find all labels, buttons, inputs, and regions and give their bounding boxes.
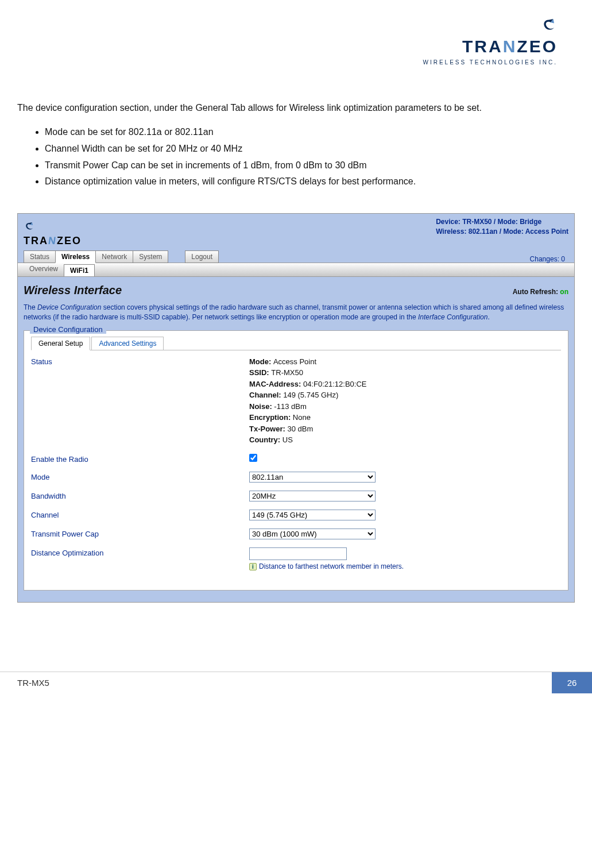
tab-status[interactable]: Status <box>24 250 56 263</box>
footer-model: TR-MX5 <box>0 672 552 693</box>
info-icon: i <box>249 563 257 570</box>
tab-system[interactable]: System <box>133 250 168 263</box>
label-bandwidth: Bandwidth <box>31 491 249 500</box>
inner-tab-advanced[interactable]: Advanced Settings <box>91 337 164 350</box>
tab-wireless[interactable]: Wireless <box>55 250 96 263</box>
auto-refresh-state: on <box>560 288 568 296</box>
sub-tabs: Overview WiFi1 <box>18 263 574 277</box>
label-txpower: Transmit Power Cap <box>31 528 249 538</box>
label-status: Status <box>31 356 249 366</box>
auto-refresh-label: Auto Refresh: <box>513 288 558 296</box>
list-item: Channel Width can be set for 20 MHz or 4… <box>45 141 575 157</box>
label-channel: Channel <box>31 510 249 519</box>
distance-hint: iDistance to farthest network member in … <box>249 562 561 570</box>
page-footer: TR-MX5 26 <box>0 672 592 693</box>
logo-text-pre: TRA <box>462 37 503 56</box>
bandwidth-select[interactable]: 20MHz <box>249 491 376 501</box>
main-tabs: Status Wireless Network System Logout <box>24 250 218 263</box>
logo-text-mid: N <box>503 37 517 56</box>
brand-text-pre: TRA <box>24 235 48 246</box>
page-header-logo: TRANZEO WIRELESS TECHNOLOGIES INC. <box>17 17 575 67</box>
tab-network[interactable]: Network <box>95 250 133 263</box>
brand-text-mid: N <box>48 235 58 247</box>
mode-select[interactable]: 802.11an <box>249 472 376 483</box>
brand-swirl-icon <box>24 221 35 233</box>
device-info-line1: Device: TR-MX50 / Mode: Bridge <box>436 217 568 227</box>
subtab-wifi1[interactable]: WiFi1 <box>64 264 95 276</box>
section-title: Wireless Interface <box>24 284 513 297</box>
tab-logout[interactable]: Logout <box>185 250 219 263</box>
txpower-select[interactable]: 30 dBm (1000 mW) <box>249 528 376 539</box>
label-enable: Enable the Radio <box>31 454 249 464</box>
auto-refresh[interactable]: Auto Refresh: on <box>513 288 568 296</box>
list-item: Transmit Power Cap can be set in increme… <box>45 157 575 174</box>
device-config-fieldset: Device Configuration General Setup Advan… <box>24 330 568 591</box>
label-mode: Mode <box>31 472 249 481</box>
config-screenshot: TRANZEO Device: TR-MX50 / Mode: Bridge W… <box>17 213 575 603</box>
inner-tab-general[interactable]: General Setup <box>31 337 90 350</box>
logo-swirl-icon <box>540 17 558 34</box>
label-distance: Distance Optimization <box>31 547 249 557</box>
inner-tabs: General Setup Advanced Settings <box>31 337 561 350</box>
enable-radio-checkbox[interactable] <box>249 454 257 462</box>
changes-indicator[interactable]: Changes: 0 <box>530 255 568 263</box>
intro-paragraph: The device configuration section, under … <box>17 101 575 115</box>
app-brand: TRANZEO <box>24 217 82 247</box>
channel-select[interactable]: 149 (5.745 GHz) <box>249 510 376 520</box>
list-item: Distance optimization value in meters, w… <box>45 173 575 190</box>
distance-input[interactable] <box>249 547 347 560</box>
footer-page-number: 26 <box>552 672 592 693</box>
logo-text-post: ZEO <box>517 37 558 56</box>
device-info-line2: Wireless: 802.11an / Mode: Access Point <box>436 227 568 237</box>
logo-subtitle: WIRELESS TECHNOLOGIES INC. <box>423 59 558 65</box>
fieldset-legend: Device Configuration <box>30 325 106 334</box>
brand-text-post: ZEO <box>57 235 82 246</box>
section-description: The Device Configuration section covers … <box>24 303 568 322</box>
list-item: Mode can be set for 802.11a or 802.11an <box>45 124 575 141</box>
feature-list: Mode can be set for 802.11a or 802.11an … <box>45 124 575 190</box>
subtab-overview[interactable]: Overview <box>24 263 64 276</box>
status-block: Mode: Access Point SSID: TR-MX50 MAC-Add… <box>249 356 561 446</box>
device-info: Device: TR-MX50 / Mode: Bridge Wireless:… <box>436 217 568 237</box>
